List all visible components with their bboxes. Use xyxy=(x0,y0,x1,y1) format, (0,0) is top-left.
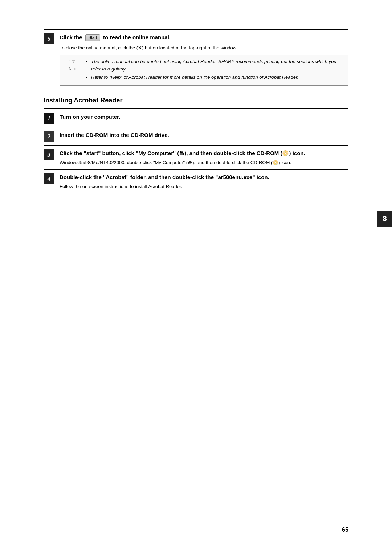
note-label: Note xyxy=(69,67,76,71)
step-5-number: 5 xyxy=(44,33,54,44)
page-number-bottom: 65 xyxy=(342,527,348,533)
step-4-number: 4 xyxy=(44,173,54,184)
step-5-title-before: Click the xyxy=(60,34,82,40)
install-steps: 1 Turn on your computer. 2 Insert the CD… xyxy=(44,109,348,193)
note-content: The online manual can be printed out usi… xyxy=(85,58,344,82)
step-2-title: Insert the CD-ROM into the CD-ROM drive. xyxy=(60,131,348,139)
step-4-row: 4 Double-click the "Acrobat" folder, and… xyxy=(44,169,348,193)
note-bullet-1: The online manual can be printed out usi… xyxy=(91,58,344,72)
step-2-content: Insert the CD-ROM into the CD-ROM drive. xyxy=(60,131,348,139)
step-3-title: Click the "start" button, click "My Comp… xyxy=(60,149,348,157)
note-bullets: The online manual can be printed out usi… xyxy=(85,58,344,81)
step-1-number: 1 xyxy=(44,113,54,124)
step-2-number: 2 xyxy=(44,131,54,142)
step-4-title: Double-click the "Acrobat" folder, and t… xyxy=(60,173,348,181)
step-1-row: 1 Turn on your computer. xyxy=(44,109,348,127)
step-4-content: Double-click the "Acrobat" folder, and t… xyxy=(60,173,348,190)
start-button-label: Start xyxy=(85,34,100,41)
step-5-row: 5 Click the Start to read the online man… xyxy=(44,29,348,89)
page-container: 5 Click the Start to read the online man… xyxy=(0,0,392,555)
step-5-title: Click the Start to read the online manua… xyxy=(60,33,348,41)
step-3-number: 3 xyxy=(44,149,54,160)
note-bullet-2: Refer to "Help" of Acrobat Reader for mo… xyxy=(91,74,344,81)
step-5-content: Click the Start to read the online manua… xyxy=(60,33,348,86)
step-1-content: Turn on your computer. xyxy=(60,113,348,121)
step-5-title-after: to read the online manual. xyxy=(103,34,171,40)
step-2-row: 2 Insert the CD-ROM into the CD-ROM driv… xyxy=(44,127,348,145)
step-3-sub: Windows95/98/Me/NT4.0/2000, double-click… xyxy=(60,159,348,166)
step-3-content: Click the "start" button, click "My Comp… xyxy=(60,149,348,166)
installing-heading: Installing Acrobat Reader xyxy=(44,97,348,106)
note-icon-area: ☞ Note xyxy=(64,58,82,71)
step-3-row: 3 Click the "start" button, click "My Co… xyxy=(44,145,348,169)
page-badge: 8 xyxy=(377,211,392,227)
step-5-section: 5 Click the Start to read the online man… xyxy=(44,29,348,89)
note-box: ☞ Note The online manual can be printed … xyxy=(60,55,348,86)
step-4-sub: Follow the on-screen instructions to ins… xyxy=(60,183,348,190)
note-icon: ☞ xyxy=(69,58,76,66)
step-1-title: Turn on your computer. xyxy=(60,113,348,121)
step-5-body: To close the online manual, click the (✕… xyxy=(60,44,348,52)
